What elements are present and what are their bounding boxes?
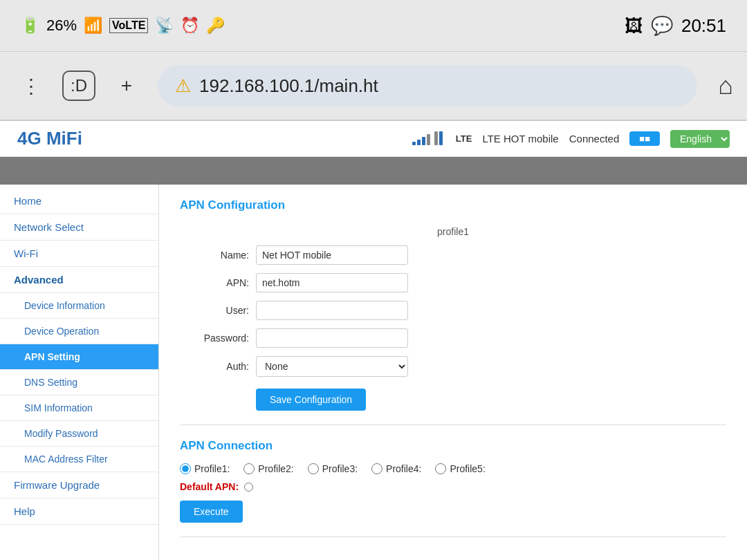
default-apn-radio[interactable] xyxy=(244,483,253,492)
sidebar-item-mac-address-filter[interactable]: MAC Address Filter xyxy=(0,447,158,472)
volte-icon: VoLTE xyxy=(109,18,148,33)
security-warning-icon: ⚠ xyxy=(175,75,191,97)
name-label: Name: xyxy=(180,250,249,261)
signal-icon: 📶 xyxy=(84,17,102,35)
profile1-option[interactable]: Profile1: xyxy=(180,463,230,474)
user-row: User: xyxy=(180,301,726,320)
password-label: Password: xyxy=(180,333,249,344)
auth-label: Auth: xyxy=(180,361,249,372)
more-menu-icon[interactable]: ⋮ xyxy=(14,75,48,97)
apn-input[interactable] xyxy=(256,273,408,292)
profile1-radio[interactable] xyxy=(180,463,191,474)
signal-bar-3 xyxy=(422,137,425,145)
apn-label: APN: xyxy=(180,277,249,288)
clock: 20:51 xyxy=(681,15,726,37)
lte-label: LTE xyxy=(456,133,472,144)
profile5-radio[interactable] xyxy=(435,463,446,474)
default-apn-label: Default APN: xyxy=(180,481,239,492)
sidebar-item-wifi[interactable]: Wi-Fi xyxy=(0,241,158,267)
devtools-icon[interactable]: :D xyxy=(62,71,95,101)
password-row: Password: xyxy=(180,328,726,348)
user-label: User: xyxy=(180,305,249,316)
content-area: APN Configuration profile1 Name: APN: Us… xyxy=(159,185,747,560)
execute-button[interactable]: Execute xyxy=(180,501,243,523)
profile4-label: Profile4: xyxy=(386,463,421,474)
sidebar-item-modify-password[interactable]: Modify Password xyxy=(0,421,158,447)
user-input[interactable] xyxy=(256,301,408,320)
profile3-label: Profile3: xyxy=(322,463,358,474)
profile3-option[interactable]: Profile3: xyxy=(308,463,358,474)
connected-badge: ■■ xyxy=(629,131,660,146)
signal-bar-1 xyxy=(412,142,416,145)
sidebar-item-sim-information[interactable]: SIM Information xyxy=(0,395,158,421)
apn-connection-title: APN Connection xyxy=(180,439,726,453)
profile5-label: Profile5: xyxy=(450,463,485,474)
apn-config-title: APN Configuration xyxy=(180,198,726,216)
status-right: 🖼 💬 20:51 xyxy=(625,15,726,37)
profile2-option[interactable]: Profile2: xyxy=(243,463,293,474)
signal-bars xyxy=(412,133,443,145)
profile3-radio[interactable] xyxy=(308,463,319,474)
name-input[interactable] xyxy=(256,245,408,265)
sidebar-item-device-information[interactable]: Device Information xyxy=(0,293,158,319)
signal-bar-2 xyxy=(417,140,421,145)
auth-row: Auth: None PAP CHAP PAP/CHAP xyxy=(180,356,726,377)
sidebar-item-network-select[interactable]: Network Select xyxy=(0,214,158,241)
profile4-option[interactable]: Profile4: xyxy=(371,463,421,474)
sidebar-item-device-operation[interactable]: Device Operation xyxy=(0,319,158,344)
gallery-icon: 🖼 xyxy=(625,15,643,37)
sidebar-item-help[interactable]: Help xyxy=(0,498,158,525)
auth-select[interactable]: None PAP CHAP PAP/CHAP xyxy=(256,356,408,377)
network-name: LTE HOT mobile xyxy=(482,133,558,144)
signal-bar-4 xyxy=(427,134,430,145)
profile2-label: Profile2: xyxy=(258,463,293,474)
wifi-icon: 📡 xyxy=(155,17,174,35)
sidebar-item-apn-setting[interactable]: APN Setting xyxy=(0,344,158,370)
message-icon: 💬 xyxy=(651,15,673,37)
sidebar-item-home[interactable]: Home xyxy=(0,188,158,214)
name-row: Name: xyxy=(180,245,726,265)
profile1-label: Profile1: xyxy=(194,463,230,474)
profile-label: profile1 xyxy=(180,226,726,237)
status-left: 🔋 26% 📶 VoLTE 📡 ⏰ 🔑 xyxy=(21,17,225,35)
save-configuration-button[interactable]: Save Configuration xyxy=(256,389,366,411)
sidebar-item-dns-setting[interactable]: DNS Setting xyxy=(0,370,158,395)
vpn-icon: 🔑 xyxy=(206,17,225,35)
profile4-radio[interactable] xyxy=(371,463,382,474)
mifi-status: LTE LTE HOT mobile Connected ■■ English xyxy=(412,130,730,148)
mifi-header: 4G MiFi LTE LTE HOT mobile Connected ■■ … xyxy=(0,121,747,157)
url-text: 192.168.100.1/main.ht xyxy=(199,75,378,97)
password-input[interactable] xyxy=(256,328,408,348)
mifi-navbar xyxy=(0,157,747,185)
sidebar-item-advanced[interactable]: Advanced xyxy=(0,267,158,293)
address-bar[interactable]: ⚠ 192.168.100.1/main.ht xyxy=(158,65,697,106)
main-layout: Home Network Select Wi-Fi Advanced Devic… xyxy=(0,185,747,560)
browser-bar: ⋮ :D + ⚠ 192.168.100.1/main.ht ⌂ xyxy=(0,52,747,121)
profile5-option[interactable]: Profile5: xyxy=(435,463,485,474)
language-select[interactable]: English xyxy=(670,130,730,148)
signal-bar-5 xyxy=(434,131,438,145)
default-apn-row: Default APN: xyxy=(180,481,726,492)
battery-level: 26% xyxy=(46,17,77,35)
profile-row: Profile1: Profile2: Profile3: Profile4: … xyxy=(180,463,726,474)
sidebar-item-firmware-upgrade[interactable]: Firmware Upgrade xyxy=(0,472,158,498)
alarm-icon: ⏰ xyxy=(181,17,199,35)
battery-icon: 🔋 xyxy=(21,17,39,35)
signal-bar-6 xyxy=(439,131,443,145)
profile2-radio[interactable] xyxy=(243,463,255,474)
new-tab-icon[interactable]: + xyxy=(109,75,144,97)
app-content: 4G MiFi LTE LTE HOT mobile Connected ■■ … xyxy=(0,121,747,560)
sidebar: Home Network Select Wi-Fi Advanced Devic… xyxy=(0,185,159,560)
mifi-logo: 4G MiFi xyxy=(17,128,82,149)
bottom-divider xyxy=(180,536,726,537)
status-bar: 🔋 26% 📶 VoLTE 📡 ⏰ 🔑 🖼 💬 20:51 xyxy=(0,0,747,52)
home-button[interactable]: ⌂ xyxy=(718,71,733,100)
section-divider xyxy=(180,424,726,425)
apn-row: APN: xyxy=(180,273,726,292)
connected-label: Connected xyxy=(569,133,620,144)
